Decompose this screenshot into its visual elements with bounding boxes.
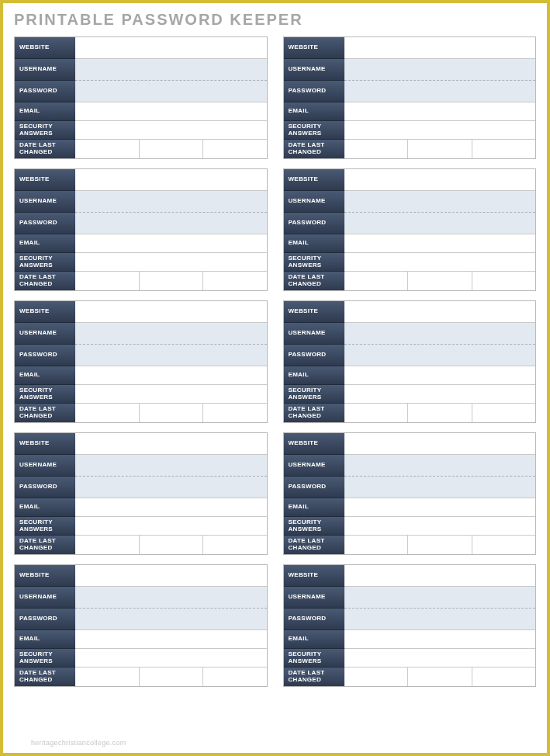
field-password[interactable] (75, 477, 267, 498)
label-username: USERNAME (284, 455, 344, 477)
label-email: EMAIL (284, 630, 344, 649)
password-card: WEBSITEUSERNAMEPASSWORDEMAILSECURITY ANS… (14, 36, 268, 159)
field-username[interactable] (75, 587, 267, 609)
label-password: PASSWORD (15, 81, 75, 102)
label-username: USERNAME (15, 191, 75, 213)
label-date: DATE LAST CHANGED (284, 536, 344, 554)
label-email: EMAIL (15, 102, 75, 121)
card-grid: WEBSITEUSERNAMEPASSWORDEMAILSECURITY ANS… (14, 36, 536, 687)
label-website: WEBSITE (284, 433, 344, 455)
field-username[interactable] (75, 323, 267, 345)
label-security: SECURITY ANSWERS (284, 121, 344, 140)
label-password: PASSWORD (284, 609, 344, 630)
field-website[interactable] (75, 169, 267, 191)
field-email[interactable] (75, 234, 267, 253)
field-date[interactable] (75, 272, 267, 290)
field-website[interactable] (344, 433, 536, 455)
field-email[interactable] (344, 234, 536, 253)
field-date[interactable] (75, 404, 267, 422)
label-security: SECURITY ANSWERS (15, 649, 75, 668)
field-password[interactable] (75, 81, 267, 102)
field-email[interactable] (75, 630, 267, 649)
label-website: WEBSITE (15, 301, 75, 323)
label-website: WEBSITE (284, 169, 344, 191)
label-security: SECURITY ANSWERS (284, 253, 344, 272)
field-security[interactable] (344, 517, 536, 536)
field-username[interactable] (344, 323, 536, 345)
field-email[interactable] (344, 366, 536, 385)
password-keeper-page: PRINTABLE PASSWORD KEEPER WEBSITEUSERNAM… (0, 0, 550, 756)
field-password[interactable] (344, 345, 536, 366)
field-security[interactable] (344, 253, 536, 272)
field-security[interactable] (75, 253, 267, 272)
field-security[interactable] (75, 649, 267, 668)
field-website[interactable] (75, 565, 267, 587)
password-card: WEBSITEUSERNAMEPASSWORDEMAILSECURITY ANS… (14, 564, 268, 687)
field-website[interactable] (344, 565, 536, 587)
field-email[interactable] (75, 498, 267, 517)
label-website: WEBSITE (284, 37, 344, 59)
label-password: PASSWORD (284, 213, 344, 234)
label-date: DATE LAST CHANGED (15, 536, 75, 554)
field-email[interactable] (344, 102, 536, 121)
label-website: WEBSITE (15, 37, 75, 59)
field-email[interactable] (344, 498, 536, 517)
field-username[interactable] (75, 455, 267, 477)
field-username[interactable] (344, 587, 536, 609)
field-username[interactable] (344, 455, 536, 477)
label-date: DATE LAST CHANGED (15, 668, 75, 686)
field-date[interactable] (344, 272, 536, 290)
field-password[interactable] (75, 345, 267, 366)
field-email[interactable] (75, 366, 267, 385)
label-date: DATE LAST CHANGED (284, 140, 344, 158)
field-security[interactable] (344, 121, 536, 140)
field-password[interactable] (344, 609, 536, 630)
label-date: DATE LAST CHANGED (15, 140, 75, 158)
label-website: WEBSITE (15, 169, 75, 191)
field-password[interactable] (344, 477, 536, 498)
field-username[interactable] (75, 59, 267, 81)
field-email[interactable] (75, 102, 267, 121)
field-website[interactable] (344, 301, 536, 323)
field-date[interactable] (75, 668, 267, 686)
field-email[interactable] (344, 630, 536, 649)
field-website[interactable] (75, 433, 267, 455)
field-password[interactable] (75, 609, 267, 630)
field-date[interactable] (75, 140, 267, 158)
label-password: PASSWORD (284, 81, 344, 102)
label-email: EMAIL (15, 630, 75, 649)
field-website[interactable] (344, 37, 536, 59)
field-website[interactable] (75, 37, 267, 59)
field-security[interactable] (75, 121, 267, 140)
field-security[interactable] (75, 385, 267, 404)
field-date[interactable] (344, 536, 536, 554)
field-date[interactable] (75, 536, 267, 554)
label-security: SECURITY ANSWERS (284, 649, 344, 668)
password-card: WEBSITEUSERNAMEPASSWORDEMAILSECURITY ANS… (283, 564, 537, 687)
field-username[interactable] (344, 59, 536, 81)
field-password[interactable] (344, 213, 536, 234)
field-website[interactable] (344, 169, 536, 191)
field-username[interactable] (75, 191, 267, 213)
field-password[interactable] (344, 81, 536, 102)
label-username: USERNAME (284, 59, 344, 81)
field-date[interactable] (344, 140, 536, 158)
field-website[interactable] (75, 301, 267, 323)
field-password[interactable] (75, 213, 267, 234)
field-security[interactable] (344, 649, 536, 668)
label-date: DATE LAST CHANGED (284, 272, 344, 290)
label-username: USERNAME (284, 191, 344, 213)
label-email: EMAIL (284, 498, 344, 517)
field-date[interactable] (344, 404, 536, 422)
field-date[interactable] (344, 668, 536, 686)
password-card: WEBSITEUSERNAMEPASSWORDEMAILSECURITY ANS… (14, 432, 268, 555)
label-password: PASSWORD (284, 345, 344, 366)
field-security[interactable] (75, 517, 267, 536)
password-card: WEBSITEUSERNAMEPASSWORDEMAILSECURITY ANS… (283, 300, 537, 423)
label-date: DATE LAST CHANGED (284, 668, 344, 686)
password-card: WEBSITEUSERNAMEPASSWORDEMAILSECURITY ANS… (283, 168, 537, 291)
password-card: WEBSITEUSERNAMEPASSWORDEMAILSECURITY ANS… (14, 300, 268, 423)
label-website: WEBSITE (15, 565, 75, 587)
field-security[interactable] (344, 385, 536, 404)
field-username[interactable] (344, 191, 536, 213)
